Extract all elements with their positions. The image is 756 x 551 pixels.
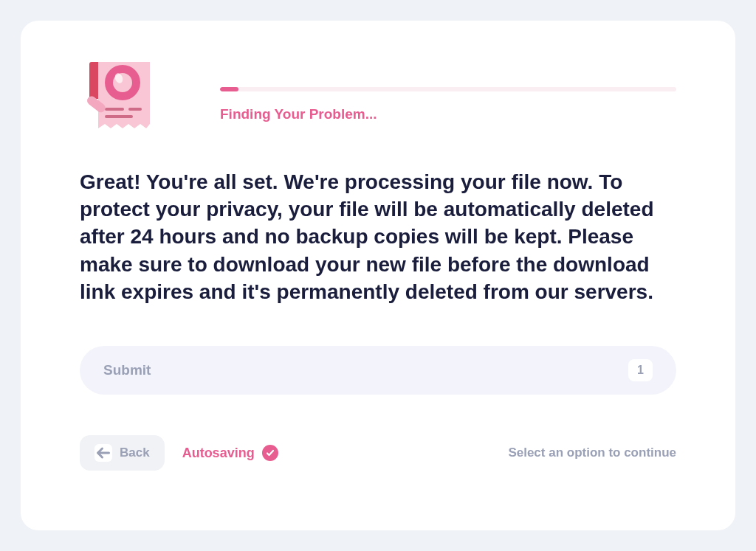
footer: Back Autosaving Select an option to cont…: [80, 435, 676, 471]
submit-option[interactable]: Submit 1: [80, 346, 676, 395]
arrow-left-icon: [94, 444, 112, 462]
progress-label: Finding Your Problem...: [220, 106, 676, 122]
back-button[interactable]: Back: [80, 435, 165, 471]
checkmark-icon: [262, 445, 278, 461]
progress-fill: [220, 87, 238, 91]
header: Finding Your Problem...: [80, 58, 676, 139]
document-magnifier-icon: [80, 58, 161, 139]
continue-hint: Select an option to continue: [508, 446, 676, 460]
main-message: Great! You're all set. We're processing …: [80, 168, 676, 305]
progress-section: Finding Your Problem...: [220, 58, 676, 122]
back-label: Back: [120, 446, 150, 460]
progress-bar: [220, 87, 676, 91]
autosave-status: Autosaving: [182, 445, 278, 461]
svg-rect-2: [128, 108, 142, 111]
autosave-label: Autosaving: [182, 446, 255, 461]
svg-rect-1: [105, 108, 124, 111]
submit-badge: 1: [628, 359, 653, 381]
submit-label: Submit: [103, 362, 151, 378]
wizard-card: Finding Your Problem... Great! You're al…: [21, 21, 735, 530]
svg-rect-3: [105, 115, 133, 118]
